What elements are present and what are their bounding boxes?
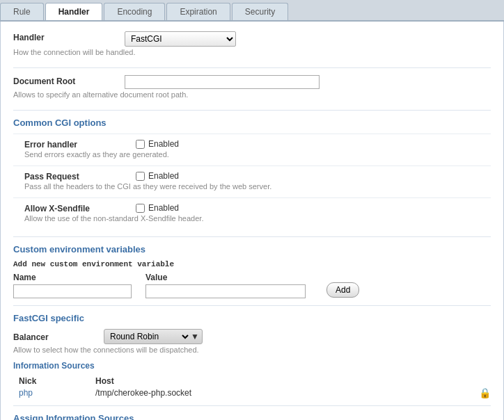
main-content: Handler FastCGI How the connection will … bbox=[0, 22, 504, 420]
allow-xsendfile-label: Allow X-Sendfile bbox=[24, 202, 136, 213]
info-host-value: /tmp/cherokee-php.socket bbox=[95, 388, 479, 398]
info-sources-headers: Nick Host bbox=[13, 376, 491, 386]
balancer-dropdown-icon: ▼ bbox=[191, 332, 199, 341]
info-source-row: php /tmp/cherokee-php.socket 🔒 bbox=[13, 387, 491, 398]
env-name-col: Name bbox=[13, 273, 132, 298]
balancer-label: Balancer bbox=[13, 331, 104, 342]
custom-env-section: Custom environment variables Add new cus… bbox=[13, 244, 491, 306]
handler-section: Handler FastCGI How the connection will … bbox=[13, 31, 491, 68]
error-handler-checkbox[interactable] bbox=[136, 140, 145, 149]
balancer-select-wrap: Round Robin IP Hash Least Connections ▼ bbox=[104, 329, 203, 344]
document-root-desc: Allows to specify an alternative documen… bbox=[13, 90, 491, 99]
allow-xsendfile-row: Allow X-Sendfile Enabled Allow the use o… bbox=[13, 197, 491, 229]
tab-rule[interactable]: Rule bbox=[0, 3, 44, 20]
env-name-input[interactable] bbox=[13, 284, 132, 298]
handler-select[interactable]: FastCGI bbox=[125, 31, 236, 47]
assign-sources-title: Assign Information Sources bbox=[13, 413, 491, 420]
info-nick-value[interactable]: php bbox=[19, 388, 95, 398]
env-inputs-row: Name Value Add bbox=[13, 273, 491, 298]
env-value-label: Value bbox=[145, 273, 306, 282]
edit-icon[interactable]: 🔒 bbox=[479, 387, 491, 398]
pass-request-checkbox[interactable] bbox=[136, 172, 145, 181]
tab-encoding[interactable]: Encoding bbox=[104, 3, 165, 20]
tab-security[interactable]: Security bbox=[232, 3, 288, 20]
fastcgi-title: FastCGI specific bbox=[13, 313, 491, 323]
pass-request-enabled: Enabled bbox=[148, 171, 179, 181]
allow-xsendfile-checkbox[interactable] bbox=[136, 204, 145, 213]
allow-xsendfile-enabled: Enabled bbox=[148, 203, 179, 213]
host-col-header: Host bbox=[95, 376, 491, 386]
tab-expiration[interactable]: Expiration bbox=[166, 3, 230, 20]
document-root-label: Document Root bbox=[13, 75, 125, 86]
error-handler-enabled: Enabled bbox=[148, 139, 179, 149]
pass-request-row: Pass Request Enabled Pass all the header… bbox=[13, 165, 491, 197]
custom-env-title: Custom environment variables bbox=[13, 244, 491, 255]
env-value-col: Value bbox=[145, 273, 306, 298]
common-cgi-section: Common CGI options Error handler Enabled… bbox=[13, 118, 491, 237]
add-env-button[interactable]: Add bbox=[326, 282, 359, 298]
env-value-input[interactable] bbox=[145, 284, 306, 298]
balancer-row: Balancer Round Robin IP Hash Least Conne… bbox=[13, 329, 491, 344]
nick-col-header: Nick bbox=[19, 376, 95, 386]
error-handler-row: Error handler Enabled Send errors exactl… bbox=[13, 134, 491, 165]
error-handler-label: Error handler bbox=[24, 138, 136, 150]
pass-request-desc: Pass all the headers to the CGI as they … bbox=[24, 182, 491, 191]
info-sources-section: Information Sources Nick Host php /tmp/c… bbox=[13, 361, 491, 398]
error-handler-desc: Send errors exactly as they are generate… bbox=[24, 150, 491, 159]
pass-request-label: Pass Request bbox=[24, 170, 136, 181]
balancer-select[interactable]: Round Robin IP Hash Least Connections bbox=[107, 331, 191, 342]
custom-env-subtitle: Add new custom environment variable bbox=[13, 260, 491, 268]
env-name-label: Name bbox=[13, 273, 132, 282]
common-cgi-title: Common CGI options bbox=[13, 118, 491, 128]
handler-label: Handler bbox=[13, 31, 125, 42]
balancer-desc: Allow to select how the connections will… bbox=[13, 346, 491, 354]
document-root-input[interactable] bbox=[125, 75, 320, 89]
assign-sources-section: Assign Information Sources Application S… bbox=[13, 413, 491, 420]
allow-xsendfile-desc: Allow the use of the non-standard X-Send… bbox=[24, 214, 491, 223]
handler-desc: How the connection will be handled. bbox=[13, 48, 491, 56]
info-sources-title: Information Sources bbox=[13, 361, 491, 371]
fastcgi-section: FastCGI specific Balancer Round Robin IP… bbox=[13, 313, 491, 406]
document-root-section: Document Root Allows to specify an alter… bbox=[13, 75, 491, 111]
tab-handler[interactable]: Handler bbox=[45, 3, 103, 20]
tab-bar: Rule Handler Encoding Expiration Securit… bbox=[0, 0, 504, 22]
